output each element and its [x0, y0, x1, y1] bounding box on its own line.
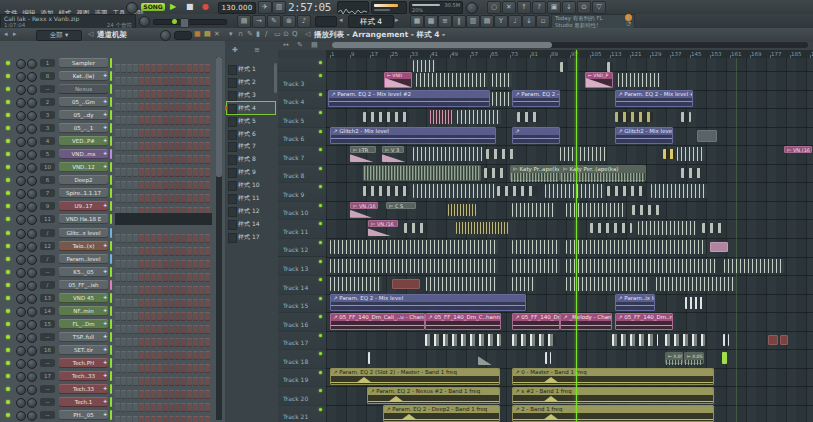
- channel-mute-led[interactable]: [6, 61, 10, 65]
- channel-pan-knob[interactable]: [16, 372, 26, 382]
- channel-mute-led[interactable]: [6, 322, 10, 326]
- clip-bars_white[interactable]: [368, 352, 373, 364]
- channel-mute-led[interactable]: [6, 257, 10, 261]
- clip-strips[interactable]: [512, 259, 560, 273]
- channel-pan-knob[interactable]: [16, 98, 26, 108]
- tempo-display[interactable]: 130.000: [218, 2, 256, 14]
- clip-auto_blue[interactable]: ↗ Param. EQ 2 - Mix level: [330, 294, 526, 311]
- channel-button[interactable]: TSP..full✚: [59, 332, 108, 342]
- channel-volume-knob[interactable]: [27, 411, 37, 421]
- channel-volume-knob[interactable]: [27, 150, 37, 160]
- clip-auto_blue[interactable]: ↗ Param. EQ 2 - Mix level #2: [615, 90, 693, 107]
- news-panel[interactable]: Today 有看到的 FL Studio 最新特性! 1 ◔: [551, 14, 635, 29]
- channel-volume-knob[interactable]: [27, 163, 37, 173]
- channel-mute-led[interactable]: [6, 244, 10, 248]
- step-sequencer[interactable]: [115, 149, 211, 159]
- chat-icon[interactable]: ⊙: [577, 1, 591, 14]
- channel-mute-led[interactable]: [6, 400, 10, 404]
- clip-block_pink[interactable]: [710, 242, 728, 252]
- pattern-item[interactable]: 样式 14: [227, 218, 275, 230]
- channel-pan-knob[interactable]: [16, 202, 26, 212]
- clip-audio_pink[interactable]: ⊨ VND: [384, 72, 412, 88]
- channel-volume-knob[interactable]: [27, 176, 37, 186]
- channel-pan-knob[interactable]: [16, 359, 26, 369]
- channel-pan-knob[interactable]: [16, 137, 26, 147]
- clip-strips[interactable]: [651, 184, 707, 198]
- clip-blocks[interactable]: [607, 62, 613, 72]
- track-led[interactable]: [319, 260, 322, 263]
- clip-strips[interactable]: [724, 259, 784, 273]
- clip-chip[interactable]: ⊨ C S: [386, 202, 416, 209]
- clip-audio_wave2[interactable]: ⊨ Katy Pr..ape(ka): [510, 165, 560, 181]
- touch-controller-icon[interactable]: ♩: [508, 15, 522, 28]
- step-cell[interactable]: [199, 416, 204, 422]
- channel-mute-led[interactable]: [6, 387, 10, 391]
- step-cell[interactable]: [133, 416, 138, 422]
- channel-volume-knob[interactable]: [27, 268, 37, 278]
- channel-button[interactable]: 05_FF_..ish: [59, 280, 108, 290]
- pattern-menu-icon[interactable]: ≡: [254, 44, 260, 57]
- clip-chip_pink[interactable]: ⊨ VN.(16: [784, 146, 812, 153]
- track-header[interactable]: Track 8: [278, 164, 326, 184]
- step-cell[interactable]: [193, 416, 198, 422]
- clip-auto_pink[interactable]: ↗ _Melody - Channel pitch: [560, 313, 612, 330]
- playlist-clip-area[interactable]: ⊨ VND⊨ VND_P↗ Param. EQ 2 - Mix level #2…: [326, 58, 813, 422]
- clip-auto_blue[interactable]: ↗ Glitch2 - Mix level: [615, 127, 673, 144]
- track-header[interactable]: Track 16: [278, 312, 326, 332]
- channel-button[interactable]: 05_..dy✚: [59, 110, 108, 120]
- keyboard-editor-icon[interactable]: ▤: [204, 28, 211, 41]
- track-header[interactable]: Track 6: [278, 127, 326, 147]
- track-header[interactable]: [278, 58, 326, 72]
- clip-strips[interactable]: [413, 60, 435, 72]
- channel-mute-led[interactable]: [6, 191, 10, 195]
- channel-button[interactable]: 05_.._1✚: [59, 123, 108, 133]
- pattern-item[interactable]: 样式 5: [227, 115, 275, 127]
- channel-volume-knob[interactable]: [27, 385, 37, 395]
- step-sequencer[interactable]: [115, 410, 211, 420]
- track-header[interactable]: Track 7: [278, 145, 326, 165]
- step-sequencer[interactable]: [115, 345, 211, 355]
- step-cell[interactable]: [175, 416, 180, 422]
- metronome-icon[interactable]: ♪: [297, 15, 311, 28]
- clip-strips[interactable]: [413, 147, 483, 161]
- clip-auto_blue[interactable]: ↗: [512, 127, 560, 144]
- close-icon[interactable]: ✕: [214, 28, 220, 41]
- track-led[interactable]: [319, 297, 322, 300]
- clip-strips_pink[interactable]: [430, 110, 454, 124]
- clip-auto_olive[interactable]: ↗ 0 - Master - Band 1 freq: [512, 368, 714, 385]
- step-cell[interactable]: [205, 416, 210, 422]
- channel-button[interactable]: FL_..Dm✚: [59, 319, 108, 329]
- clip-bars_white[interactable]: [723, 334, 729, 346]
- channel-pan-knob[interactable]: [16, 255, 26, 265]
- channel-pan-knob[interactable]: [16, 398, 26, 408]
- clip-blocks[interactable]: [363, 112, 409, 122]
- channel-volume-knob[interactable]: [27, 72, 37, 82]
- pattern-dec-button[interactable]: ◂: [339, 14, 343, 27]
- step-cell[interactable]: [169, 416, 174, 422]
- channel-pan-knob[interactable]: [16, 281, 26, 291]
- clip-block_red[interactable]: [768, 335, 778, 345]
- channel-pan-knob[interactable]: [16, 59, 26, 69]
- channel-button[interactable]: VED..P#✚: [59, 136, 108, 146]
- step-sequencer[interactable]: [115, 241, 211, 251]
- channel-button[interactable]: Tech.33✚: [59, 384, 108, 394]
- channel-volume-knob[interactable]: [27, 124, 37, 134]
- clip-bars_white[interactable]: [685, 297, 703, 309]
- pattern-item[interactable]: 样式 17: [227, 231, 275, 243]
- track-header[interactable]: Track 11: [278, 219, 326, 239]
- track-header[interactable]: Track 20: [278, 386, 326, 406]
- channel-mute-led[interactable]: [6, 139, 10, 143]
- prev-group-icon[interactable]: ◂: [4, 28, 8, 41]
- pattern-item[interactable]: 样式 11: [227, 192, 275, 204]
- step-sequencer[interactable]: [115, 201, 211, 211]
- channel-volume-knob[interactable]: [27, 333, 37, 343]
- clip-tri_pink[interactable]: [350, 154, 374, 162]
- step-sequencer[interactable]: [115, 280, 211, 290]
- channel-volume-knob[interactable]: [27, 255, 37, 265]
- clip-strips[interactable]: [677, 147, 705, 161]
- clip-block_red[interactable]: [780, 335, 788, 345]
- tools-icon[interactable]: ↓: [522, 15, 536, 28]
- clip-strips[interactable]: [566, 240, 706, 254]
- pattern-item[interactable]: 样式 4: [227, 102, 275, 114]
- clip-strips[interactable]: [512, 277, 534, 291]
